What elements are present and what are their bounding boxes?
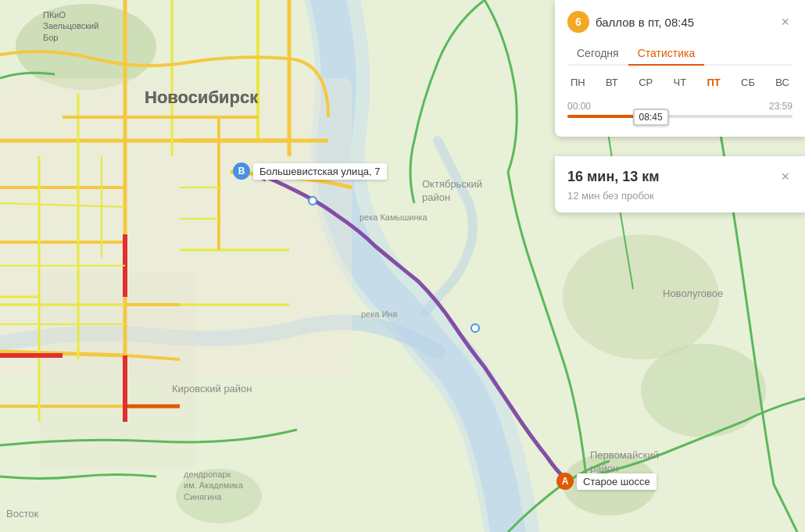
marker-b[interactable]: В Большевистская улица, 7 (233, 162, 387, 180)
map-container: CE Новосибирск Новосибирск Октябрьскийра… (0, 0, 805, 532)
route-time: 16 мин, 13 км (567, 169, 660, 185)
day-th[interactable]: ЧТ (671, 75, 690, 90)
marker-b-label: Большевистская улица, 7 (253, 163, 387, 180)
svg-point-39 (471, 324, 479, 332)
svg-point-38 (309, 197, 317, 205)
days-row: ПН ВТ СР ЧТ ПТ СБ ВС (567, 75, 792, 90)
panel-title: баллов в пт, 08:45 (596, 16, 694, 29)
traffic-panel-close[interactable]: × (778, 12, 792, 32)
route-panel-close[interactable]: × (778, 167, 792, 187)
traffic-badge: 6 (567, 11, 589, 33)
svg-point-5 (176, 469, 262, 523)
tab-stats[interactable]: Статистика (628, 42, 705, 66)
slider-track: 08:45 (567, 115, 792, 118)
marker-a-circle: А (556, 473, 574, 490)
time-slider-container: 00:00 23:59 08:45 (567, 101, 792, 118)
marker-a[interactable]: А Старое шоссе (556, 473, 657, 490)
day-we[interactable]: СР (635, 75, 656, 90)
marker-a-label: Старое шоссе (577, 473, 657, 490)
panel-header: 6 баллов в пт, 08:45 × (567, 11, 792, 33)
svg-point-2 (563, 234, 719, 359)
tab-today[interactable]: Сегодня (567, 42, 628, 66)
route-panel: 16 мин, 13 км × 12 мин без пробок (555, 156, 805, 212)
tabs-container: Сегодня Статистика (567, 42, 792, 66)
traffic-panel: 6 баллов в пт, 08:45 × Сегодня Статистик… (555, 0, 805, 137)
route-sub: 12 мин без пробок (567, 190, 792, 202)
marker-b-circle: В (233, 162, 250, 180)
svg-point-1 (16, 4, 156, 90)
svg-point-3 (641, 344, 766, 437)
day-su[interactable]: ВС (772, 75, 792, 90)
day-sa[interactable]: СБ (738, 75, 758, 90)
day-tu[interactable]: ВТ (603, 75, 621, 90)
day-mn[interactable]: ПН (567, 75, 589, 90)
day-fr[interactable]: ПТ (703, 75, 723, 90)
route-header: 16 мин, 13 км × (567, 167, 792, 187)
